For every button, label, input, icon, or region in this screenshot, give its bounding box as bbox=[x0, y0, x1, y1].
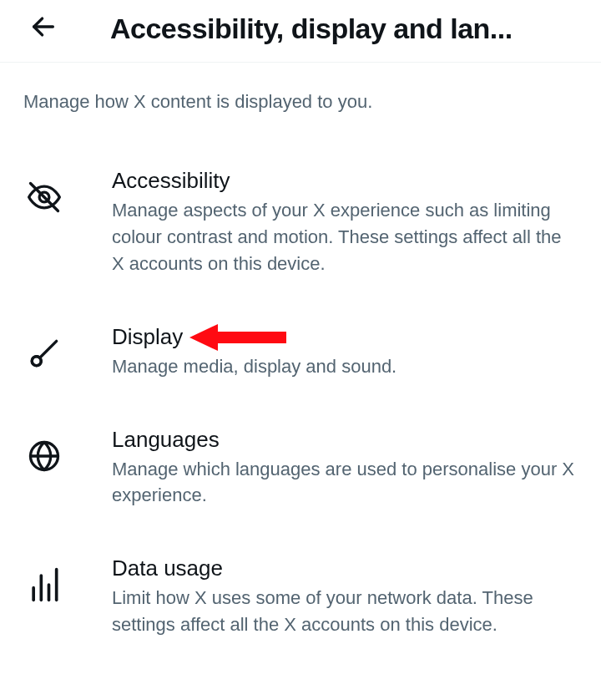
settings-item-title: Data usage bbox=[112, 555, 578, 581]
settings-list: Accessibility Manage aspects of your X e… bbox=[0, 121, 601, 662]
brush-icon bbox=[23, 332, 65, 374]
settings-item-desc: Manage aspects of your X experience such… bbox=[112, 197, 578, 277]
settings-item-data-usage[interactable]: Data usage Limit how X uses some of your… bbox=[0, 532, 601, 662]
settings-item-title: Languages bbox=[112, 427, 578, 453]
settings-item-display[interactable]: Display Manage media, display and sound. bbox=[0, 301, 601, 403]
arrow-left-icon bbox=[29, 13, 58, 44]
settings-item-body: Languages Manage which languages are use… bbox=[112, 427, 578, 510]
eye-off-icon bbox=[23, 176, 65, 218]
bars-icon bbox=[23, 564, 65, 606]
back-button[interactable] bbox=[27, 12, 60, 45]
settings-item-title: Display bbox=[112, 324, 578, 350]
settings-item-body: Data usage Limit how X uses some of your… bbox=[112, 555, 578, 638]
settings-item-accessibility[interactable]: Accessibility Manage aspects of your X e… bbox=[0, 145, 601, 301]
settings-item-body: Display Manage media, display and sound. bbox=[112, 324, 578, 380]
settings-item-body: Accessibility Manage aspects of your X e… bbox=[112, 168, 578, 277]
page-title: Accessibility, display and lan... bbox=[110, 13, 513, 45]
svg-point-3 bbox=[32, 356, 41, 365]
settings-item-languages[interactable]: Languages Manage which languages are use… bbox=[0, 403, 601, 533]
header: Accessibility, display and lan... bbox=[0, 0, 601, 63]
settings-item-desc: Manage which languages are used to perso… bbox=[112, 456, 578, 510]
globe-icon bbox=[23, 435, 65, 477]
settings-item-title: Accessibility bbox=[112, 168, 578, 194]
settings-item-desc: Manage media, display and sound. bbox=[112, 353, 578, 380]
settings-item-desc: Limit how X uses some of your network da… bbox=[112, 585, 578, 638]
page-subtitle: Manage how X content is displayed to you… bbox=[0, 63, 601, 121]
